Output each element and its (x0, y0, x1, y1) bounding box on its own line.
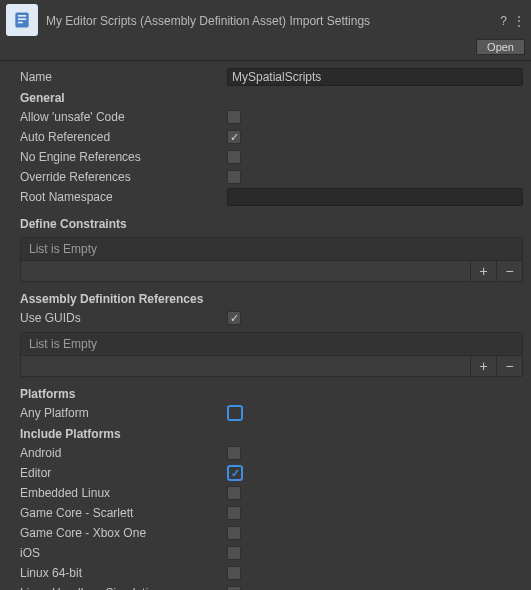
no-engine-refs-label: No Engine References (20, 150, 227, 164)
allow-unsafe-checkbox[interactable] (227, 110, 241, 124)
svg-rect-1 (18, 15, 26, 17)
include-platforms-label: Include Platforms (8, 423, 523, 443)
platform-label: Editor (20, 466, 227, 480)
help-icon[interactable]: ? (500, 14, 507, 28)
add-asmref-button[interactable]: + (470, 356, 496, 376)
list-empty-text: List is Empty (21, 238, 522, 260)
allow-unsafe-label: Allow 'unsafe' Code (20, 110, 227, 124)
asset-icon (6, 4, 38, 36)
platform-row: Linux Headless Simulation (8, 583, 523, 590)
platform-checkbox[interactable] (227, 446, 241, 460)
platform-label: Game Core - Scarlett (20, 506, 227, 520)
platform-row: Game Core - Xbox One (8, 523, 523, 543)
inspector-header: My Editor Scripts (Assembly Definition A… (0, 0, 531, 36)
no-engine-refs-checkbox[interactable] (227, 150, 241, 164)
auto-referenced-checkbox[interactable] (227, 130, 241, 144)
platform-row: Editor (8, 463, 523, 483)
platform-row: Game Core - Scarlett (8, 503, 523, 523)
platform-checkbox[interactable] (227, 566, 241, 580)
platform-label: Linux Headless Simulation (20, 586, 227, 590)
platform-checkbox[interactable] (227, 465, 243, 481)
inspector-title: My Editor Scripts (Assembly Definition A… (46, 12, 500, 28)
any-platform-checkbox[interactable] (227, 405, 243, 421)
remove-asmref-button[interactable]: − (496, 356, 522, 376)
platform-row: iOS (8, 543, 523, 563)
platform-label: Android (20, 446, 227, 460)
add-constraint-button[interactable]: + (470, 261, 496, 281)
platforms-label: Platforms (8, 377, 523, 403)
root-namespace-label: Root Namespace (20, 190, 227, 204)
define-constraints-label: Define Constraints (8, 207, 523, 233)
list-empty-text: List is Empty (21, 333, 522, 355)
platform-row: Android (8, 443, 523, 463)
override-refs-label: Override References (20, 170, 227, 184)
remove-constraint-button[interactable]: − (496, 261, 522, 281)
svg-rect-2 (18, 18, 26, 20)
platform-checkbox[interactable] (227, 546, 241, 560)
platform-label: Linux 64-bit (20, 566, 227, 580)
asm-refs-list: List is Empty + − (20, 332, 523, 377)
define-constraints-list: List is Empty + − (20, 237, 523, 282)
platform-label: Game Core - Xbox One (20, 526, 227, 540)
open-button[interactable]: Open (476, 39, 525, 55)
platform-checkbox[interactable] (227, 506, 241, 520)
menu-icon[interactable]: ⋮ (513, 14, 525, 28)
platform-label: Embedded Linux (20, 486, 227, 500)
platform-checkbox[interactable] (227, 586, 241, 590)
platform-label: iOS (20, 546, 227, 560)
name-input[interactable] (227, 68, 523, 86)
svg-rect-3 (18, 22, 23, 24)
use-guids-checkbox[interactable] (227, 311, 241, 325)
override-refs-checkbox[interactable] (227, 170, 241, 184)
platform-checkbox[interactable] (227, 526, 241, 540)
name-label: Name (20, 70, 227, 84)
general-section-label: General (8, 87, 523, 107)
use-guids-label: Use GUIDs (20, 311, 227, 325)
any-platform-label: Any Platform (20, 406, 227, 420)
auto-referenced-label: Auto Referenced (20, 130, 227, 144)
platform-row: Linux 64-bit (8, 563, 523, 583)
platform-row: Embedded Linux (8, 483, 523, 503)
platform-checkbox[interactable] (227, 486, 241, 500)
asm-refs-label: Assembly Definition References (8, 282, 523, 308)
root-namespace-input[interactable] (227, 188, 523, 206)
